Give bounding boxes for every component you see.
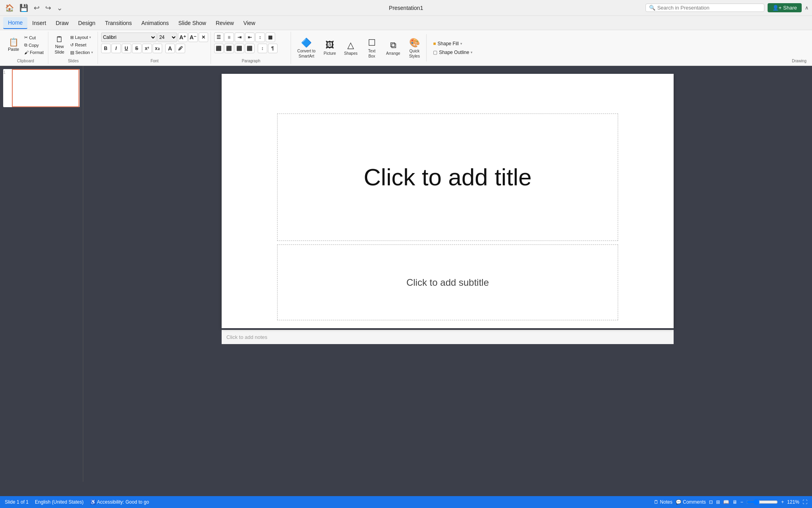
shape-outline-button[interactable]: ▢ Shape Outline ▾ xyxy=(431,49,475,56)
cut-icon: ✂ xyxy=(24,35,28,40)
font-size-select[interactable]: 24 xyxy=(157,33,177,42)
zoom-in-button[interactable]: + xyxy=(781,499,784,505)
shapes-button[interactable]: △ Shapes xyxy=(341,33,361,63)
menu-design[interactable]: Design xyxy=(73,17,100,29)
shape-fill-button[interactable]: ■ Shape Fill ▾ xyxy=(431,40,475,47)
ribbon-paragraph-group: ☰ ≡ ⇥ ⇤ ↕ ▦ ⬛ ⬛ ⬛ ⬛ ↕ ¶ Paragraph xyxy=(212,32,291,64)
menu-review[interactable]: Review xyxy=(211,17,239,29)
strikethrough-button[interactable]: S xyxy=(132,44,142,53)
justify-button[interactable]: ⬛ xyxy=(245,44,255,53)
numbering-button[interactable]: ≡ xyxy=(224,33,234,42)
normal-view-button[interactable]: ⊡ xyxy=(709,499,713,505)
quick-styles-icon: 🎨 xyxy=(409,38,420,48)
layout-icon: ⊞ xyxy=(70,35,74,40)
share-button[interactable]: 👤+ Share xyxy=(768,3,802,12)
font-color-button[interactable]: A xyxy=(165,44,175,53)
section-button[interactable]: ▤ Section ▾ xyxy=(68,49,95,56)
language-indicator: English (United States) xyxy=(35,499,84,505)
align-left-button[interactable]: ⬛ xyxy=(214,44,224,53)
comments-button[interactable]: 💬 Comments xyxy=(676,499,706,505)
menu-slideshow[interactable]: Slide Show xyxy=(174,17,211,29)
convert-smartart-button[interactable]: 🔷 Convert to SmartArt xyxy=(294,33,319,63)
arrange-icon: ⧉ xyxy=(390,40,396,50)
menu-draw[interactable]: Draw xyxy=(51,17,73,29)
menu-view[interactable]: View xyxy=(239,17,260,29)
slide-thumb-image xyxy=(12,69,79,107)
paste-button[interactable]: 📋 Paste xyxy=(6,33,21,57)
reset-button[interactable]: ↺ Reset xyxy=(68,42,95,48)
undo-icon[interactable]: ↩ xyxy=(32,3,42,13)
subtitle-placeholder[interactable]: Click to add subtitle xyxy=(277,244,618,320)
text-direction-button[interactable]: ↕ xyxy=(255,33,265,42)
title-placeholder[interactable]: Click to add title xyxy=(277,114,618,241)
bullets-button[interactable]: ☰ xyxy=(214,33,224,42)
format-painter-button[interactable]: 🖌 Format xyxy=(22,49,46,56)
highlight-button[interactable]: 🖊 xyxy=(176,44,185,53)
quick-styles-button[interactable]: 🎨 Quick Styles xyxy=(405,33,424,63)
menu-animations[interactable]: Animations xyxy=(137,17,174,29)
notes-bar[interactable]: Click to add notes xyxy=(222,330,674,344)
decrease-font-button[interactable]: A⁻ xyxy=(188,33,198,42)
subtitle-placeholder-text: Click to add subtitle xyxy=(406,277,489,288)
layout-button[interactable]: ⊞ Layout ▾ xyxy=(68,34,95,41)
picture-icon: 🖼 xyxy=(326,40,334,50)
search-icon: 🔍 xyxy=(649,5,655,11)
shapes-icon: △ xyxy=(347,40,354,50)
save-icon[interactable]: 💾 xyxy=(17,3,30,13)
slide-thumbnail-1[interactable]: 1 xyxy=(3,69,80,107)
textbox-button[interactable]: ☐ Text Box xyxy=(362,33,381,63)
clear-format-button[interactable]: ✕ xyxy=(199,33,208,42)
zoom-slider[interactable] xyxy=(746,499,778,505)
bold-button[interactable]: B xyxy=(101,44,111,53)
zoom-out-button[interactable]: − xyxy=(740,499,743,505)
fit-screen-button[interactable]: ⛶ xyxy=(802,499,807,505)
shape-fill-icon: ■ xyxy=(433,41,436,46)
slide-number: 1 xyxy=(3,69,10,75)
status-bar: Slide 1 of 1 English (United States) ♿ A… xyxy=(0,496,812,508)
paragraph-button[interactable]: ¶ xyxy=(268,44,278,53)
copy-icon: ⧉ xyxy=(24,42,27,48)
underline-button[interactable]: U xyxy=(122,44,131,53)
copy-button[interactable]: ⧉ Copy xyxy=(22,42,46,48)
new-slide-button[interactable]: 🗒 New Slide xyxy=(52,33,67,57)
align-center-button[interactable]: ⬛ xyxy=(224,44,234,53)
paragraph-label: Paragraph xyxy=(214,58,288,63)
presenter-view-button[interactable]: 🖥 xyxy=(732,499,737,505)
ribbon-font-group: Calibri 24 A⁺ A⁻ ✕ B I U S x² x₂ A 🖊 Fon… xyxy=(99,32,211,64)
slide-panel: 1 xyxy=(0,66,83,482)
arrange-button[interactable]: ⧉ Arrange xyxy=(383,33,404,63)
align-right-button[interactable]: ⬛ xyxy=(235,44,244,53)
slide-canvas[interactable]: Click to add title Click to add subtitle xyxy=(222,74,674,328)
title-placeholder-text: Click to add title xyxy=(364,164,532,191)
increase-font-button[interactable]: A⁺ xyxy=(178,33,188,42)
line-spacing-button[interactable]: ↕ xyxy=(258,44,267,53)
superscript-button[interactable]: x² xyxy=(142,44,152,53)
canvas-area: Click to add title Click to add subtitle… xyxy=(83,66,812,482)
menu-home[interactable]: Home xyxy=(3,17,27,29)
title-bar: 🏠 💾 ↩ ↪ ⌄ Presentation1 🔍 👤+ Share ∧ xyxy=(0,0,812,16)
italic-button[interactable]: I xyxy=(111,44,121,53)
columns-button[interactable]: ▦ xyxy=(266,33,275,42)
subscript-button[interactable]: x₂ xyxy=(153,44,162,53)
more-icon[interactable]: ⌄ xyxy=(55,3,65,13)
reading-view-button[interactable]: 📖 xyxy=(723,499,729,505)
picture-button[interactable]: 🖼 Picture xyxy=(320,33,339,63)
home-icon[interactable]: 🏠 xyxy=(3,3,16,13)
collapse-ribbon-icon[interactable]: ∧ xyxy=(805,5,809,11)
search-box[interactable]: 🔍 xyxy=(645,4,764,12)
shape-outline-icon: ▢ xyxy=(433,50,437,55)
slide-sorter-button[interactable]: ⊞ xyxy=(716,499,720,505)
font-family-select[interactable]: Calibri xyxy=(101,33,157,42)
font-label: Font xyxy=(101,58,208,63)
ribbon-slides-group: 🗒 New Slide ⊞ Layout ▾ ↺ Reset ▤ Section… xyxy=(49,32,98,64)
notes-button[interactable]: 🗒 Notes xyxy=(654,499,672,505)
indent-less-button[interactable]: ⇤ xyxy=(245,33,255,42)
main-area: 1 Click to add title Click to add subtit… xyxy=(0,66,812,482)
cut-button[interactable]: ✂ Cut xyxy=(22,34,46,41)
search-input[interactable] xyxy=(657,5,761,11)
menu-insert[interactable]: Insert xyxy=(27,17,51,29)
indent-more-button[interactable]: ⇥ xyxy=(235,33,244,42)
section-icon: ▤ xyxy=(70,50,74,55)
redo-icon[interactable]: ↪ xyxy=(43,3,53,13)
menu-transitions[interactable]: Transitions xyxy=(100,17,137,29)
